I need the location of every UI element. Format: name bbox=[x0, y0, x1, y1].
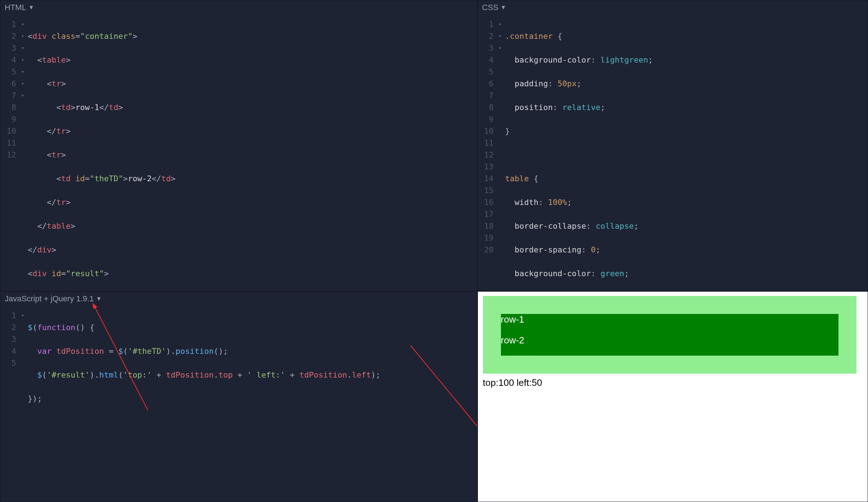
js-gutter: 12345 bbox=[0, 310, 21, 452]
html-pane-header[interactable]: HTML ▼ bbox=[0, 0, 477, 15]
table-cell-row2: row-2 bbox=[501, 335, 838, 356]
html-pane-title: HTML bbox=[5, 3, 26, 12]
js-pane-title: JavaScript + jQuery 1.9.1 bbox=[5, 294, 94, 304]
html-pane: HTML ▼ 123456789101112 ▾▾▾▾▾▾▾ <div clas… bbox=[0, 0, 478, 291]
output-table: row-1 row-2 bbox=[501, 314, 838, 356]
js-pane-header[interactable]: JavaScript + jQuery 1.9.1 ▼ bbox=[0, 292, 477, 306]
output-container: row-1 row-2 bbox=[483, 296, 856, 374]
output-result-text: top:100 left:50 bbox=[483, 377, 864, 388]
output-pane: row-1 row-2 top:100 left:50 bbox=[478, 291, 868, 502]
css-pane-title: CSS bbox=[482, 3, 498, 12]
css-pane: CSS ▼ 1234567891011121314151617181920 ▾▾… bbox=[478, 0, 868, 291]
chevron-down-icon: ▼ bbox=[28, 4, 34, 11]
js-code[interactable]: $(function() { var tdPosition = $('#theT… bbox=[28, 310, 477, 452]
css-gutter: 1234567891011121314151617181920 bbox=[478, 18, 499, 291]
table-row: row-2 bbox=[501, 335, 838, 356]
js-fold-column: ▾ bbox=[21, 310, 28, 452]
css-code[interactable]: .container { background-color: lightgree… bbox=[505, 18, 868, 291]
chevron-down-icon: ▼ bbox=[96, 296, 102, 302]
html-fold-column: ▾▾▾▾▾▾▾ bbox=[21, 18, 28, 291]
html-editor[interactable]: 123456789101112 ▾▾▾▾▾▾▾ <div class="cont… bbox=[0, 15, 477, 291]
css-editor[interactable]: 1234567891011121314151617181920 ▾▾▾ .con… bbox=[478, 15, 868, 291]
table-row: row-1 bbox=[501, 314, 838, 335]
css-pane-header[interactable]: CSS ▼ bbox=[478, 0, 868, 15]
table-cell-row1: row-1 bbox=[501, 314, 838, 335]
html-code[interactable]: <div class="container"> <table> <tr> <td… bbox=[28, 18, 477, 291]
chevron-down-icon: ▼ bbox=[501, 4, 506, 11]
html-gutter: 123456789101112 bbox=[0, 18, 21, 291]
js-pane: JavaScript + jQuery 1.9.1 ▼ 12345 ▾ $(fu… bbox=[0, 291, 478, 502]
css-fold-column: ▾▾▾ bbox=[499, 18, 505, 291]
js-editor[interactable]: 12345 ▾ $(function() { var tdPosition = … bbox=[0, 306, 477, 452]
